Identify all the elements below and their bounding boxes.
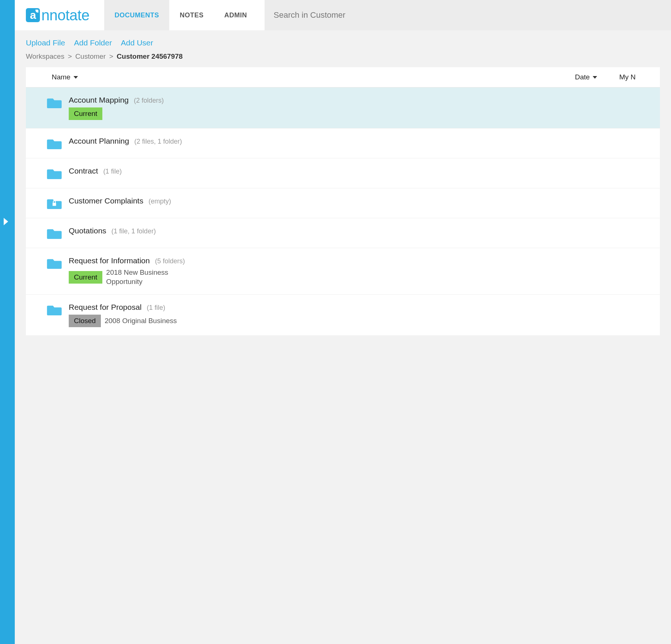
status-tag: Current xyxy=(69,107,102,120)
status-tag: Current xyxy=(69,271,102,284)
breadcrumb-separator: > xyxy=(66,52,74,60)
logo-text: nnotate xyxy=(41,7,89,24)
folder-row[interactable]: Customer Complaints(empty) xyxy=(26,188,660,218)
folder-meta: (2 files, 1 folder) xyxy=(134,138,182,145)
folder-row[interactable]: Quotations(1 file, 1 folder) xyxy=(26,218,660,248)
folder-title: Quotations xyxy=(69,226,106,235)
tag-description: 2008 Original Business xyxy=(105,316,177,326)
locked-folder-icon xyxy=(47,197,62,210)
row-body: Contract(1 file) xyxy=(69,167,649,175)
row-body: Request for Proposal(1 file)Closed2008 O… xyxy=(69,303,649,327)
folder-icon xyxy=(47,257,62,270)
breadcrumb-item[interactable]: Customer xyxy=(75,52,106,60)
column-notes-label: My N xyxy=(619,73,636,81)
row-body: Request for Information(5 folders)Curren… xyxy=(69,256,649,286)
folder-row[interactable]: Contract(1 file) xyxy=(26,158,660,188)
column-notes[interactable]: My N xyxy=(619,73,649,81)
folder-meta: (1 file, 1 folder) xyxy=(112,227,156,235)
folder-icon xyxy=(47,167,62,180)
folder-icon xyxy=(47,304,62,316)
column-date[interactable]: Date xyxy=(575,73,619,81)
folder-title: Account Mapping xyxy=(69,96,129,105)
folder-icon xyxy=(47,96,62,109)
folder-row[interactable]: Request for Information(5 folders)Curren… xyxy=(26,248,660,295)
nav-tabs: DOCUMENTSNOTESADMIN xyxy=(104,0,258,30)
nav-tab-admin[interactable]: ADMIN xyxy=(214,0,258,30)
folder-row[interactable]: Account Mapping(2 folders)Current xyxy=(26,88,660,129)
list-header: Name Date My N xyxy=(26,67,660,88)
chevron-down-icon xyxy=(593,76,597,79)
row-body: Customer Complaints(empty) xyxy=(69,196,649,205)
column-name[interactable]: Name xyxy=(52,73,575,81)
subbar: Upload File Add Folder Add User Workspac… xyxy=(15,30,671,64)
upload-file-link[interactable]: Upload File xyxy=(26,38,65,47)
breadcrumb: Workspaces > Customer > Customer 2456797… xyxy=(26,52,660,61)
nav-tab-notes[interactable]: NOTES xyxy=(169,0,214,30)
breadcrumb-separator: > xyxy=(107,52,115,60)
folder-title: Contract xyxy=(69,167,98,175)
folder-title: Customer Complaints xyxy=(69,196,143,205)
folder-listing: Name Date My N Account Mapping(2 folders… xyxy=(26,67,660,335)
status-tag: Closed xyxy=(69,315,101,327)
folder-meta: (empty) xyxy=(149,198,171,205)
left-rail xyxy=(0,0,15,644)
add-folder-link[interactable]: Add Folder xyxy=(74,38,112,47)
folder-meta: (5 folders) xyxy=(155,257,185,265)
folder-title: Account Planning xyxy=(69,137,129,145)
chevron-down-icon xyxy=(74,76,78,79)
folder-row[interactable]: Request for Proposal(1 file)Closed2008 O… xyxy=(26,295,660,335)
add-user-link[interactable]: Add User xyxy=(121,38,153,47)
logo-mark-icon: a xyxy=(26,8,40,22)
app-logo[interactable]: annotate xyxy=(26,7,89,24)
row-body: Account Planning(2 files, 1 folder) xyxy=(69,137,649,145)
breadcrumb-item: Customer 24567978 xyxy=(117,52,183,60)
folder-icon xyxy=(47,227,62,240)
folder-meta: (1 file) xyxy=(147,304,165,312)
row-body: Account Mapping(2 folders)Current xyxy=(69,96,649,120)
folder-meta: (2 folders) xyxy=(134,97,164,105)
search-input[interactable] xyxy=(265,0,671,30)
folder-row[interactable]: Account Planning(2 files, 1 folder) xyxy=(26,129,660,158)
svg-rect-0 xyxy=(52,203,56,206)
row-body: Quotations(1 file, 1 folder) xyxy=(69,226,649,235)
topbar: annotate DOCUMENTSNOTESADMIN xyxy=(15,0,671,30)
tag-description: 2018 New Business Opportunity xyxy=(106,268,180,286)
column-name-label: Name xyxy=(52,73,71,81)
folder-title: Request for Information xyxy=(69,256,150,265)
expand-rail-icon[interactable] xyxy=(4,218,8,225)
nav-tab-documents[interactable]: DOCUMENTS xyxy=(104,0,170,30)
column-date-label: Date xyxy=(575,73,590,81)
folder-meta: (1 file) xyxy=(103,168,122,175)
folder-title: Request for Proposal xyxy=(69,303,142,312)
breadcrumb-item[interactable]: Workspaces xyxy=(26,52,64,60)
folder-icon xyxy=(47,137,62,150)
